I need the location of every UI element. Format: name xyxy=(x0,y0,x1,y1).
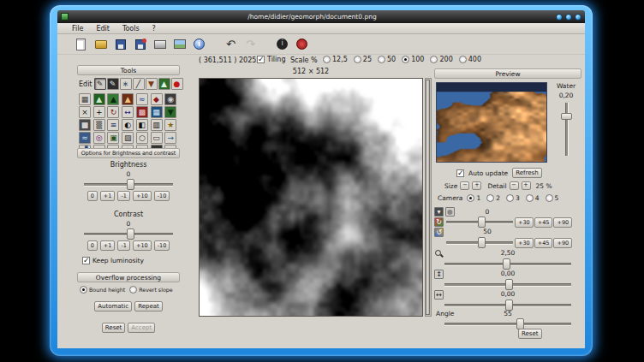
scale-option-radio[interactable] xyxy=(378,56,385,63)
keep-luminosity-checkbox-box[interactable] xyxy=(82,257,90,264)
contrast-slider[interactable] xyxy=(84,228,173,240)
print-button[interactable] xyxy=(152,36,168,52)
camera-option-radio[interactable] xyxy=(467,194,474,202)
camera-option-radio[interactable] xyxy=(546,194,553,202)
tool-smooth-icon[interactable]: ■ xyxy=(79,119,91,131)
tool-fault-icon[interactable]: × xyxy=(79,106,91,118)
tool-move-icon[interactable]: + xyxy=(93,106,105,118)
zoom-slider[interactable] xyxy=(444,258,571,270)
tool-hills-icon[interactable]: ▲ xyxy=(107,93,119,105)
tool-wind-icon[interactable]: → xyxy=(164,132,176,144)
tool-pencil-icon[interactable]: ✎ xyxy=(94,78,106,90)
document-info-button[interactable]: i xyxy=(191,36,207,52)
menu-file[interactable]: File xyxy=(72,25,83,33)
tool-terrace-icon[interactable]: ≡ xyxy=(107,119,119,131)
save-button[interactable] xyxy=(112,36,128,52)
elevation-slider-thumb[interactable] xyxy=(505,279,513,290)
tool-stamp-icon[interactable]: ▣ xyxy=(107,132,119,144)
water-slider-thumb[interactable] xyxy=(561,113,572,120)
camera-option-radio[interactable] xyxy=(486,194,494,202)
maximize-button[interactable] xyxy=(565,14,572,21)
sphere-icon[interactable]: ● xyxy=(445,207,455,217)
scale-option-50[interactable]: 50 xyxy=(378,56,396,63)
scale-option-200[interactable]: 200 xyxy=(430,56,452,63)
rotate-h-plus30[interactable]: +30 xyxy=(515,217,534,228)
scale-option-12-5[interactable]: 12,5 xyxy=(323,56,348,63)
contrast-0[interactable]: 0 xyxy=(87,240,98,251)
camera-option-4[interactable]: 4 xyxy=(526,194,540,202)
camera-option-1[interactable]: 1 xyxy=(467,194,480,202)
contrast-plus1[interactable]: +1 xyxy=(100,240,116,251)
stop-button[interactable] xyxy=(294,36,310,52)
rotate-v-plus30[interactable]: +30 xyxy=(515,238,534,248)
undo-button[interactable]: ↶ xyxy=(223,36,239,52)
elevation-slider[interactable] xyxy=(444,279,571,290)
tool-crop-icon[interactable]: ▭ xyxy=(151,132,163,144)
overflow-option-radio[interactable] xyxy=(129,286,137,294)
size-decrease-button[interactable]: − xyxy=(460,181,469,190)
tool-line-icon[interactable]: ╱ xyxy=(133,78,145,90)
tool-mirror-icon[interactable]: ▥ xyxy=(151,119,163,131)
tiling-checkbox-box[interactable] xyxy=(257,56,265,63)
overflow-option-Bound-height[interactable]: Bound height xyxy=(80,286,125,294)
water-slider[interactable] xyxy=(561,103,572,156)
rotate-h-plus90[interactable]: +90 xyxy=(553,217,572,228)
scale-option-radio[interactable] xyxy=(459,56,467,63)
brightness--1[interactable]: -1 xyxy=(117,191,129,201)
tool-record-icon[interactable]: ● xyxy=(171,78,183,90)
tool-merge-icon[interactable]: ★ xyxy=(164,119,176,131)
camera-option-radio[interactable] xyxy=(526,194,534,202)
contrast--1[interactable]: -1 xyxy=(117,240,129,251)
detail-increase-button[interactable]: + xyxy=(522,181,531,190)
scale-option-400[interactable]: 400 xyxy=(459,56,481,63)
tool-waves-icon[interactable]: ≈ xyxy=(136,93,148,105)
close-button[interactable] xyxy=(575,14,581,21)
scale-option-radio[interactable] xyxy=(402,56,409,63)
about-button[interactable]: i xyxy=(274,36,290,52)
brightness-slider[interactable] xyxy=(84,179,173,190)
overflow-option-Revert-slope[interactable]: Revert slope xyxy=(129,286,172,294)
tool-pen-icon[interactable]: ✎ xyxy=(107,78,119,90)
titlebar[interactable]: /home/didier/geomorph/document0.png xyxy=(57,10,585,23)
brightness-plus1[interactable]: +1 xyxy=(100,191,116,201)
tool-flag-icon[interactable]: ◆ xyxy=(151,93,163,105)
rotate-vertical-slider-thumb[interactable] xyxy=(478,237,486,248)
orientation-icon[interactable]: ▾ xyxy=(434,207,444,217)
new-document-button[interactable] xyxy=(73,36,89,52)
terrain-preview[interactable] xyxy=(436,82,547,163)
contrast-plus10[interactable]: +10 xyxy=(133,240,152,251)
tool-eyedropper-icon[interactable]: ▼ xyxy=(146,78,158,90)
rotate-vertical-slider[interactable] xyxy=(446,237,513,248)
rotate-h-plus45[interactable]: +45 xyxy=(534,217,553,228)
camera-option-3[interactable]: 3 xyxy=(506,194,520,202)
overflow-option-radio[interactable] xyxy=(80,286,87,294)
rotate-v-plus45[interactable]: +45 xyxy=(534,238,553,248)
tool-stretch-icon[interactable]: ↔ xyxy=(122,106,134,118)
scale-option-radio[interactable] xyxy=(354,56,361,63)
size-increase-button[interactable]: + xyxy=(472,181,481,190)
brightness-plus10[interactable]: +10 xyxy=(133,191,152,201)
tool-gradient-icon[interactable]: ▨ xyxy=(122,132,134,144)
tool-warp-icon[interactable]: ≈ xyxy=(79,132,91,144)
canvas-vertical-scrollbar[interactable] xyxy=(425,78,432,317)
tool-noise-icon[interactable]: ▒ xyxy=(93,119,105,131)
scale-option-25[interactable]: 25 xyxy=(354,56,372,63)
zoom-slider-thumb[interactable] xyxy=(503,258,510,270)
tool-mountains-icon[interactable]: ▲ xyxy=(93,93,105,105)
preview-reset-button[interactable]: Reset xyxy=(518,329,542,339)
brightness-0[interactable]: 0 xyxy=(87,191,98,201)
automatic-button[interactable]: Automatic xyxy=(94,301,132,312)
detail-decrease-button[interactable]: − xyxy=(510,181,519,190)
tool-airbrush-icon[interactable]: ∗ xyxy=(120,78,132,90)
export-image-button[interactable] xyxy=(171,36,188,52)
canvas-scrollbar-thumb[interactable] xyxy=(426,80,430,315)
menu-help[interactable]: ? xyxy=(152,25,156,33)
menu-tools[interactable]: Tools xyxy=(122,25,140,33)
tool-lens-icon[interactable]: ○ xyxy=(136,132,148,144)
save-as-button[interactable] xyxy=(132,36,148,52)
tool-subdivide-icon[interactable]: ▦ xyxy=(79,93,91,105)
camera-option-5[interactable]: 5 xyxy=(546,194,559,202)
camera-option-2[interactable]: 2 xyxy=(486,194,500,202)
contrast--10[interactable]: -10 xyxy=(154,240,170,251)
open-file-button[interactable] xyxy=(92,36,109,52)
